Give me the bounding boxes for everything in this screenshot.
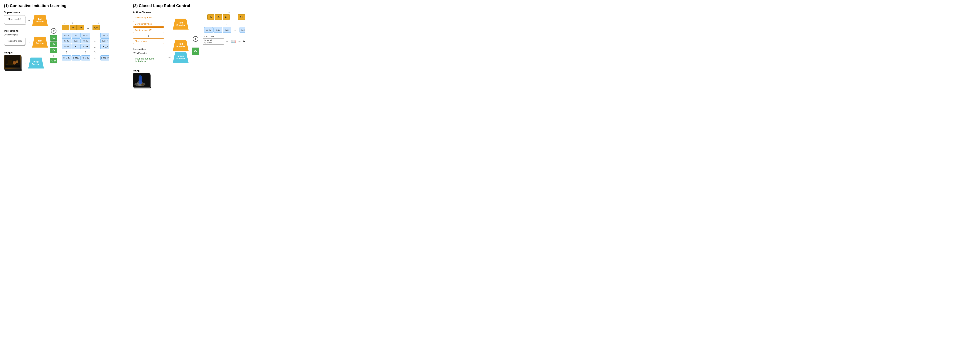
s2-plus-symbol: +	[193, 36, 198, 42]
action-classes-group: Action Classes Move left by 10cm Move ri…	[133, 11, 164, 44]
s2-z-section: ↓ ↓ ↓ ... ↓ Z₁ Z₂ Z₃ ... Z_K	[207, 11, 245, 20]
supervision-text: Move arm left	[8, 18, 21, 21]
c2-box: C₂	[50, 41, 57, 47]
c1-box: C₁	[50, 35, 57, 41]
z-section: ↓ ↓ ↓ ... ↓ Z₁ Z₂ Z₃ ... Z_M	[62, 21, 100, 31]
instructions-label: Instructions	[4, 29, 48, 32]
instruction-cards: Pick up the coke	[4, 37, 25, 47]
cell-c3zm: C₃·Z_M	[100, 44, 109, 49]
s2-action-arrow: →	[168, 22, 171, 26]
s2-text-encoder: Text Encoder	[173, 19, 189, 30]
instruction-text: Pick up the coke	[7, 40, 22, 42]
c3-box: C₃	[50, 48, 57, 53]
s2-c1-label: C₁	[194, 50, 197, 53]
image-visual	[4, 55, 21, 69]
s2-image-svg	[133, 73, 150, 87]
section2: (2) Closed-Loop Robot Control Action Cla…	[133, 3, 245, 89]
s2-instruction-box: Pour the dog food in the bowl	[133, 55, 160, 65]
instructions-sublabel: (With Prompts)	[4, 33, 48, 36]
s2-instruction-sublabel: (With Prompts)	[133, 52, 164, 54]
s2-cell-c1z1: C₁·Z₁	[204, 27, 213, 33]
arrows-down: ↓ ↓ ↓ ... ↓	[64, 21, 99, 24]
s2-zk: Z_K	[238, 14, 245, 20]
images-label: Images	[4, 51, 44, 54]
z-row: Z₁ Z₂ Z₃ ... Z_M	[62, 25, 100, 30]
instructions-group: Instructions (With Prompts) Pick up the …	[4, 29, 48, 47]
supervisions-label: Supervisions	[4, 11, 48, 14]
s2-image-box	[133, 73, 150, 87]
s2-action-encoder-row: → Text Encoder	[167, 19, 189, 30]
action-class-dots: ⋮	[133, 34, 164, 38]
s2-image-stack	[133, 73, 151, 89]
lookup-box-text: Move left by 10cm	[204, 40, 212, 44]
s2-left-col: Action Classes Move left by 10cm Move ri…	[133, 11, 164, 89]
image-encoder-label: Image Encoder	[32, 60, 40, 66]
s2-inst-arrow: →	[168, 43, 171, 47]
s1-middle: + C₁ C₂ C₃ ⋮ C_M	[50, 28, 57, 63]
cell-cmdots: ...	[91, 55, 100, 60]
s2-instruction-group: Instruction (With Prompts) Pour the dog …	[133, 48, 164, 65]
book-icon: 📖	[231, 39, 236, 44]
s1-right-section: ↓ ↓ ↓ ... ↓ Z₁ Z₂ Z₃ ... Z_M	[62, 21, 109, 60]
supervision-cards: Move arm left	[4, 15, 25, 25]
lookup-box: Move left by 10cm	[203, 38, 224, 44]
s2-instruction-encoder: Text Encoder	[173, 40, 189, 51]
supervisions-group: Supervisions Move arm left → Text Encode…	[4, 11, 48, 26]
svg-rect-5	[5, 65, 20, 68]
lookup-section: Lookup Table Move left by 10cm → 📖 → Act…	[203, 35, 245, 44]
s2-image-encoder-row: → Image Encoder	[167, 52, 189, 63]
action-class-2: Move right by 5cm	[133, 21, 164, 27]
cell-c2zm: C₂·Z_M	[100, 38, 109, 43]
s2-img-arrow: →	[168, 55, 171, 59]
section2-title: (2) Closed-Loop Robot Control	[133, 3, 245, 8]
svg-point-3	[13, 61, 16, 65]
cell-c3dots: ...	[91, 44, 100, 49]
cell-cmz2: C_M·Z₂	[72, 55, 81, 60]
action-class-1: Move left by 10cm	[133, 15, 164, 21]
image-box	[4, 55, 21, 69]
s2-z-row: Z₁ Z₂ Z₃ ... Z_K	[207, 14, 245, 20]
cell-c1z3: C₁·Z₃	[81, 33, 90, 38]
cell-c2z1: C₂·Z₁	[62, 38, 71, 43]
s2-text-encoder-label: Text Encoder	[177, 22, 185, 27]
dot-matrix: C₁·Z₁ C₁·Z₂ C₁·Z₃ ... C₁·Z_M C₂·Z₁ C₂·Z₂…	[62, 33, 109, 60]
cell-r4c3: ⋮	[81, 50, 90, 55]
svg-point-11	[141, 83, 144, 85]
s2-z-dots: ...	[230, 14, 237, 20]
instruction-arrow: →	[27, 40, 30, 44]
z2-box: Z₂	[70, 25, 76, 30]
s2-layout-full: Action Classes Move left by 10cm Move ri…	[133, 11, 245, 89]
s2-image-label: Image	[133, 69, 164, 72]
cell-c2dots: ...	[91, 38, 100, 43]
c-to-matrix-arrow: →	[58, 44, 61, 47]
s2-c1-down-arrow: ↓	[225, 22, 227, 25]
svg-point-4	[16, 60, 18, 63]
section1: (1) Contrastive Imitation Learning Super…	[4, 3, 109, 71]
c-vector-col: C₁ C₂ C₃ ⋮ C_M	[50, 35, 57, 63]
image-stack	[4, 55, 22, 71]
action-class-3: Rotate gripper 45°	[133, 27, 164, 33]
svg-rect-10	[139, 75, 141, 77]
cell-c3z1: C₃·Z₁	[62, 44, 71, 49]
zm-box: Z_M	[92, 25, 100, 30]
s2-z1: Z₁	[207, 14, 215, 20]
s2-plus-c1: + → C₁	[192, 36, 199, 55]
s2-image-encoder: Image Encoder	[173, 52, 189, 63]
s2-instruction-encoder-row: → Text Encoder	[167, 40, 189, 51]
s2-image-encoder-label: Image Encoder	[177, 55, 185, 60]
cell-c1z2: C₁·Z₂	[72, 33, 81, 38]
s2-cell-c1zk: C₁·Z_K	[240, 27, 245, 33]
supervision-encoder-label: Text Encoder	[36, 18, 44, 23]
s2-cell-dots: ...	[232, 27, 239, 33]
cell-c1zm: C₁·Z_M	[100, 33, 109, 38]
cell-c3z2: C₃·Z₂	[72, 44, 81, 49]
book-to-action-arrow: →	[238, 40, 241, 43]
s2-arrows-down: ↓ ↓ ↓ ... ↓	[207, 11, 245, 14]
z1-box: Z₁	[62, 25, 69, 30]
s1-left-col: Supervisions Move arm left → Text Encode…	[4, 11, 48, 71]
s1-layout: Supervisions Move arm left → Text Encode…	[4, 11, 109, 71]
cell-r4c4: ⋱	[91, 50, 100, 55]
cell-cmzm: C_M·Z_M	[100, 55, 109, 60]
action-class-4-text: Close gripper	[135, 40, 147, 42]
s2-z3: Z₃	[223, 14, 230, 20]
